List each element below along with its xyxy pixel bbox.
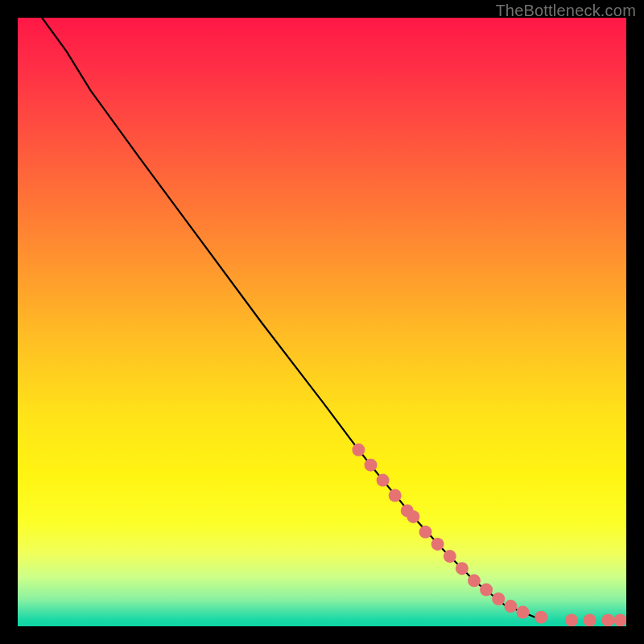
watermark-text: TheBottleneck.com: [495, 2, 636, 20]
data-point: [504, 600, 517, 613]
plot-area: [18, 18, 626, 626]
data-point: [535, 611, 547, 624]
data-point: [517, 606, 530, 619]
data-point: [431, 538, 444, 551]
data-point: [601, 613, 614, 626]
data-point: [468, 574, 481, 587]
chart-stage: TheBottleneck.com: [0, 0, 644, 644]
data-point: [352, 444, 365, 456]
data-point: [365, 459, 378, 472]
data-point: [456, 562, 469, 575]
data-point: [419, 526, 432, 539]
data-point: [480, 584, 493, 597]
data-point: [377, 474, 390, 487]
data-point: [565, 613, 578, 626]
data-point: [613, 613, 626, 626]
data-point: [407, 510, 419, 523]
marker-group: [352, 444, 626, 626]
data-point: [444, 550, 456, 563]
data-point: [389, 489, 402, 502]
chart-svg: [18, 18, 626, 626]
curve-line: [42, 18, 541, 617]
data-point: [584, 613, 597, 626]
data-point: [492, 592, 505, 605]
